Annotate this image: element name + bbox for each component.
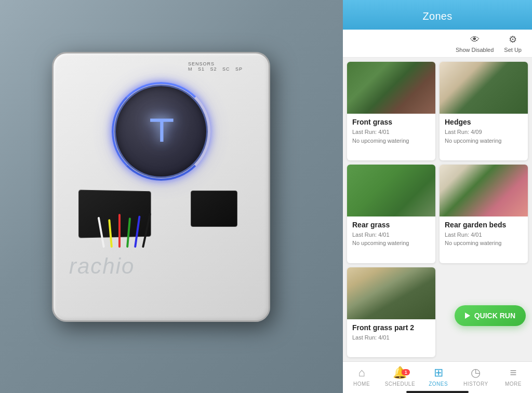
device-dial: ⊤ — [114, 85, 208, 178]
bottom-nav: ⌂HOME🔔1SCHEDULE⊞ZONES◷HISTORY≡MORE — [343, 361, 532, 393]
schedule-nav-label: SCHEDULE — [385, 381, 415, 387]
zone-upcoming-zone-2: No upcoming watering — [445, 137, 523, 145]
wire-connector-right — [191, 191, 237, 227]
zone-name-zone-1: Front grass — [352, 118, 430, 126]
sliders-icon: ⚙ — [509, 34, 517, 45]
zone-name-zone-3: Rear grass — [352, 221, 430, 229]
zone-name-zone-5: Front grass part 2 — [352, 323, 430, 332]
wiring-area — [64, 165, 258, 268]
zone-last-run-zone-4: Last Run: 4/01 — [445, 231, 523, 239]
nav-item-more[interactable]: ≡MORE — [499, 366, 527, 387]
zones-nav-label: ZONES — [429, 381, 448, 387]
rachio-logo: rachio — [69, 254, 135, 279]
nav-item-wrapper-history: ◷HISTORY — [461, 366, 490, 387]
zone-card-zone-5[interactable]: Front grass part 2Last Run: 4/01 — [347, 267, 435, 357]
zone-upcoming-zone-3: No upcoming watering — [352, 239, 430, 248]
nav-item-wrapper-schedule: 🔔1SCHEDULE — [385, 366, 415, 387]
more-nav-icon: ≡ — [510, 366, 516, 380]
more-nav-label: MORE — [505, 381, 522, 387]
play-icon — [465, 313, 470, 319]
zone-meta-zone-1: Last Run: 4/01No upcoming watering — [352, 128, 430, 145]
nav-item-wrapper-zones: ⊞ZONES — [424, 366, 453, 387]
nav-item-zones[interactable]: ⊞ZONES — [424, 366, 453, 387]
zone-name-zone-2: Hedges — [445, 118, 523, 126]
quick-run-label: QUICK RUN — [474, 311, 515, 320]
zone-meta-zone-2: Last Run: 4/09No upcoming watering — [445, 128, 523, 145]
show-disabled-label: Show Disabled — [456, 47, 494, 53]
sensors-label: SENSORSM S1 S2 SC SP — [188, 61, 243, 72]
setup-label: Set Up — [504, 47, 522, 53]
zone-info-zone-3: Rear grassLast Run: 4/01No upcoming wate… — [347, 216, 435, 253]
zone-meta-zone-3: Last Run: 4/01No upcoming watering — [352, 231, 430, 248]
nav-item-home[interactable]: ⌂HOME — [348, 366, 376, 387]
zone-last-run-zone-5: Last Run: 4/01 — [352, 333, 430, 342]
app-panel: Zones 👁 Show Disabled ⚙ Set Up Front gra… — [343, 0, 532, 393]
nav-indicator — [406, 391, 469, 393]
zone-upcoming-zone-4: No upcoming watering — [445, 239, 523, 248]
zone-image-zone-4 — [440, 165, 528, 216]
zone-info-zone-2: HedgesLast Run: 4/09No upcoming watering — [440, 114, 528, 150]
zone-card-zone-3[interactable]: Rear grassLast Run: 4/01No upcoming wate… — [347, 165, 435, 263]
zone-card-zone-4[interactable]: Rear garden bedsLast Run: 4/01No upcomin… — [440, 165, 528, 263]
zones-nav-icon: ⊞ — [434, 366, 443, 380]
rachio-device-body: SENSORSM S1 S2 SC SP ⊤ — [52, 52, 270, 322]
app-toolbar: 👁 Show Disabled ⚙ Set Up — [343, 30, 532, 58]
nav-item-schedule[interactable]: 🔔1SCHEDULE — [385, 366, 415, 387]
eye-icon: 👁 — [470, 34, 480, 45]
zone-card-zone-1[interactable]: Front grassLast Run: 4/01No upcoming wat… — [347, 62, 435, 160]
dial-icon: ⊤ — [148, 116, 175, 147]
app-title: Zones — [422, 10, 452, 22]
zone-last-run-zone-3: Last Run: 4/01 — [352, 231, 430, 239]
zone-info-zone-1: Front grassLast Run: 4/01No upcoming wat… — [347, 114, 435, 150]
nav-item-wrapper-home: ⌂HOME — [348, 366, 376, 387]
home-nav-icon: ⌂ — [358, 366, 365, 380]
app-header: Zones — [343, 0, 532, 30]
show-disabled-button[interactable]: 👁 Show Disabled — [456, 34, 494, 53]
zone-image-zone-2 — [440, 62, 528, 114]
zone-last-run-zone-1: Last Run: 4/01 — [352, 128, 430, 137]
schedule-nav-icon: 🔔1 — [393, 366, 407, 380]
schedule-badge: 1 — [402, 369, 410, 375]
history-nav-icon: ◷ — [471, 366, 481, 380]
nav-item-history[interactable]: ◷HISTORY — [461, 366, 490, 387]
app-main: Front grassLast Run: 4/01No upcoming wat… — [343, 58, 532, 361]
home-nav-label: HOME — [353, 381, 370, 387]
zone-card-zone-2[interactable]: HedgesLast Run: 4/09No upcoming watering — [440, 62, 528, 160]
zone-info-zone-5: Front grass part 2Last Run: 4/01 — [347, 319, 435, 347]
setup-button[interactable]: ⚙ Set Up — [504, 34, 522, 53]
zone-image-zone-5 — [347, 267, 435, 319]
zone-image-zone-3 — [347, 165, 435, 216]
zone-name-zone-4: Rear garden beds — [445, 221, 523, 229]
history-nav-label: HISTORY — [463, 381, 488, 387]
nav-item-wrapper-more: ≡MORE — [499, 366, 527, 387]
zone-meta-zone-5: Last Run: 4/01 — [352, 333, 430, 342]
zone-upcoming-zone-1: No upcoming watering — [352, 137, 430, 145]
quick-run-button[interactable]: QUICK RUN — [455, 305, 526, 326]
zone-image-zone-1 — [347, 62, 435, 114]
device-photo-panel: SENSORSM S1 S2 SC SP ⊤ — [0, 0, 343, 393]
quick-run-container: QUICK RUN — [455, 305, 526, 326]
zone-info-zone-4: Rear garden bedsLast Run: 4/01No upcomin… — [440, 216, 528, 253]
zone-last-run-zone-2: Last Run: 4/09 — [445, 128, 523, 137]
zone-meta-zone-4: Last Run: 4/01No upcoming watering — [445, 231, 523, 248]
